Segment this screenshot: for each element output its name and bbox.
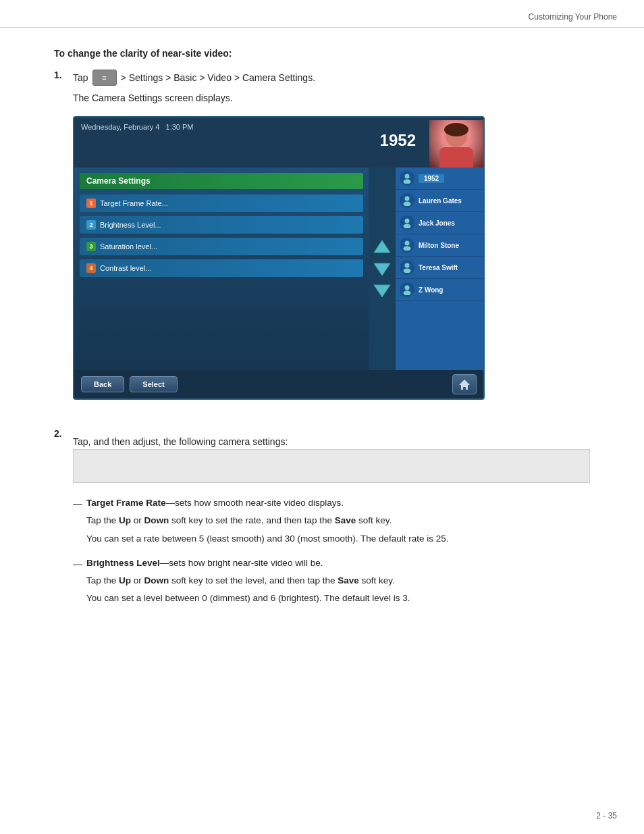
contact-name-jack: Jack Jones	[419, 219, 455, 227]
tap-word: Tap	[73, 72, 88, 83]
contact-icon-lauren	[400, 193, 414, 208]
menu-item-3[interactable]: 3 Saturation level...	[80, 238, 363, 255]
contact-icon-milton	[400, 238, 414, 253]
svg-point-12	[405, 241, 410, 246]
scroll-down-arrow[interactable]	[372, 259, 392, 279]
svg-point-14	[405, 263, 410, 268]
menu-num-1: 1	[86, 199, 96, 208]
contact-name-teresa: Teresa Swift	[419, 264, 458, 271]
contact-item-lauren[interactable]: Lauren Gates	[396, 190, 483, 212]
section-heading: To change the clarity of near-site video…	[54, 48, 590, 59]
contact-badge-1952: 1952	[419, 174, 444, 183]
phone-screen: Wednesday, February 4 1:30 PM 1952	[73, 116, 485, 400]
contact-item-milton[interactable]: Milton Stone	[396, 234, 483, 257]
menu-num-2: 2	[86, 220, 96, 230]
contact-name-wong: Z Wong	[419, 286, 443, 294]
contact-item-1952[interactable]: 1952	[396, 167, 483, 190]
phone-status-left: Wednesday, February 4 1:30 PM 1952	[74, 120, 429, 155]
contact-item-teresa[interactable]: Teresa Swift	[396, 257, 483, 279]
phone-year-display: 1952	[81, 131, 423, 153]
svg-point-6	[405, 174, 410, 179]
step-2: 2. Tap, and then adjust, the following c…	[54, 428, 590, 617]
step-2-content: Tap, and then adjust, the following came…	[73, 435, 590, 617]
bullet-tfr-detail1: Tap the Up or Down soft key to set the r…	[86, 514, 590, 527]
svg-point-10	[405, 219, 410, 224]
menu-label-1: Target Frame Rate...	[100, 199, 168, 207]
bullet-tfr-detail2: You can set a rate between 5 (least smoo…	[86, 532, 590, 546]
svg-point-17	[404, 291, 411, 296]
phone-time-val: 1:30 PM	[166, 123, 194, 131]
tap-path: > Settings > Basic > Video > Camera Sett…	[121, 72, 315, 83]
svg-point-15	[404, 269, 411, 273]
menu-icon-button[interactable]: ≡	[92, 70, 117, 86]
menu-num-3: 3	[86, 242, 96, 251]
menu-label-3: Saturation level...	[100, 242, 157, 251]
step-1-number: 1.	[54, 70, 73, 80]
up-key-label-2: Up	[119, 575, 131, 585]
svg-point-8	[405, 197, 410, 201]
phone-date: Wednesday, February 4	[81, 123, 159, 131]
bullet-brightness-level: Brightness Level—sets how bright near-si…	[73, 556, 590, 606]
table-header-placeholder	[73, 449, 590, 483]
bullet-bl-heading: Brightness Level—sets how bright near-si…	[86, 556, 590, 570]
phone-main-area: Camera Settings 1 Target Frame Rate... 2…	[74, 167, 483, 370]
camera-settings-header: Camera Settings	[80, 173, 363, 189]
person-svg	[429, 120, 483, 167]
svg-point-9	[404, 202, 411, 207]
phone-left-panel: Camera Settings 1 Target Frame Rate... 2…	[74, 167, 369, 370]
svg-point-1	[444, 123, 468, 136]
page-number: 2 - 35	[596, 811, 617, 820]
contact-item-jack[interactable]: Jack Jones	[396, 212, 483, 234]
contact-icon-1952	[400, 171, 414, 186]
bullet-bl-detail1: Tap the Up or Down soft key to set the l…	[86, 574, 590, 588]
svg-rect-2	[439, 147, 473, 167]
svg-point-13	[404, 246, 411, 251]
menu-num-4: 4	[86, 263, 96, 273]
contact-icon-wong	[400, 282, 414, 297]
menu-label-4: Contrast level...	[100, 264, 151, 272]
thumbnail-person	[429, 120, 483, 167]
scroll-down2-arrow[interactable]	[372, 280, 392, 301]
contact-name-milton: Milton Stone	[419, 242, 459, 249]
svg-marker-5	[374, 285, 390, 297]
bullet-tfr-term: Target Frame Rate	[86, 498, 166, 508]
tap-instruction: Tap ≡ > Settings > Basic > Video > Camer…	[73, 70, 590, 86]
save-key-label: Save	[335, 515, 356, 525]
scroll-up-arrow[interactable]	[372, 237, 392, 257]
svg-marker-18	[459, 380, 470, 390]
phone-right-panel: 1952 Lauren Gates	[396, 167, 483, 370]
svg-marker-4	[374, 263, 390, 276]
step-2-number: 2.	[54, 428, 73, 439]
phone-datetime: Wednesday, February 4 1:30 PM	[81, 123, 423, 131]
phone-bottom-bar: Back Select	[74, 370, 483, 398]
svg-point-7	[404, 180, 411, 184]
menu-icon-symbol: ≡	[102, 74, 106, 82]
back-button[interactable]: Back	[81, 376, 124, 392]
contact-item-wong[interactable]: Z Wong	[396, 279, 483, 301]
contact-icon-jack	[400, 215, 414, 230]
home-icon	[458, 378, 471, 390]
select-button[interactable]: Select	[130, 376, 177, 392]
bullet-tfr-heading: Target Frame Rate—sets how smooth near-s…	[86, 496, 590, 510]
step-1-subtext: The Camera Settings screen displays.	[73, 91, 590, 105]
phone-top-bar: Wednesday, February 4 1:30 PM 1952	[74, 118, 483, 167]
menu-item-1[interactable]: 1 Target Frame Rate...	[80, 194, 363, 212]
menu-item-2[interactable]: 2 Brightness Level...	[80, 216, 363, 234]
svg-point-16	[405, 286, 410, 290]
page-header: Customizing Your Phone	[0, 0, 644, 28]
step-2-text: Tap, and then adjust, the following came…	[73, 435, 590, 449]
bullet-target-frame-rate: Target Frame Rate—sets how smooth near-s…	[73, 496, 590, 546]
bullet-bl-detail2: You can set a level between 0 (dimmest) …	[86, 592, 590, 605]
phone-thumbnail	[429, 120, 483, 167]
bullet-bl-term: Brightness Level	[86, 558, 160, 568]
menu-item-4[interactable]: 4 Contrast level...	[80, 259, 363, 277]
contact-name-lauren: Lauren Gates	[419, 197, 462, 205]
down-key-label-2: Down	[144, 575, 169, 585]
home-button[interactable]	[452, 374, 477, 394]
svg-point-11	[404, 224, 411, 229]
step-1-content: Tap ≡ > Settings > Basic > Video > Camer…	[73, 70, 590, 416]
phone-arrows	[369, 167, 396, 370]
menu-label-2: Brightness Level...	[100, 221, 161, 229]
step-1: 1. Tap ≡ > Settings > Basic > Video > Ca…	[54, 70, 590, 416]
page-header-text: Customizing Your Phone	[529, 12, 617, 22]
